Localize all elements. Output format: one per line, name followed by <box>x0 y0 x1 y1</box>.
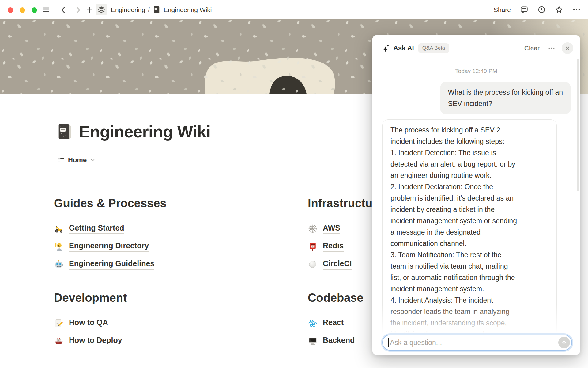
traffic-light-minimize-button[interactable] <box>20 7 25 13</box>
bulleted-list-icon <box>58 156 65 164</box>
updates-clock-icon[interactable] <box>537 6 546 14</box>
user-question-bubble: What is the process for kicking off an S… <box>440 82 571 114</box>
memo-icon <box>54 318 64 328</box>
breadcrumb-page[interactable]: Engineering Wiki <box>164 6 212 13</box>
page-link-label: CircleCI <box>323 259 352 270</box>
send-button[interactable] <box>558 337 570 348</box>
ask-question-input[interactable] <box>390 339 558 347</box>
notion-window: Engineering Wiki Home Guides & Processes… <box>0 0 588 368</box>
page-link-label: React <box>323 318 344 328</box>
page-link-label: How to Deploy <box>69 336 122 346</box>
page-link-how-to-qa[interactable]: How to QA <box>54 316 282 331</box>
section-divider <box>54 217 282 217</box>
react-icon <box>308 318 318 328</box>
page-link-label: Engineering Directory <box>69 241 149 252</box>
sparkle-ai-icon <box>382 44 391 53</box>
breadcrumb-separator: / <box>148 6 150 13</box>
view-tab-label: Home <box>68 156 87 164</box>
section-development: Development How to QA How to Deploy <box>54 291 282 351</box>
qa-beta-badge: Q&A Beta <box>418 43 449 53</box>
notebook-icon <box>153 6 161 14</box>
ship-icon <box>54 336 64 346</box>
page-link-label: Backend <box>323 336 355 346</box>
close-button[interactable] <box>562 42 573 54</box>
page-link-how-to-deploy[interactable]: How to Deploy <box>54 333 282 349</box>
ask-question-inputwrap <box>382 335 572 351</box>
page-link-label: AWS <box>323 224 340 234</box>
robot-icon <box>54 259 64 269</box>
comments-icon[interactable] <box>520 6 528 14</box>
traffic-light-close-button[interactable] <box>8 7 13 13</box>
back-icon[interactable] <box>59 6 67 14</box>
workspace-layers-icon[interactable] <box>96 4 107 15</box>
page-link-label: Redis <box>323 241 344 252</box>
page-icon-notebook[interactable] <box>56 123 74 140</box>
panel-scrollbar[interactable] <box>577 59 579 191</box>
page-title: Engineering Wiki <box>79 122 211 141</box>
ai-answer-bubble: The process for kicking off a SEV 2 inci… <box>382 119 557 340</box>
text-caret <box>388 338 389 347</box>
breadcrumb: Engineering / Engineering Wiki <box>111 0 212 19</box>
monitor-icon <box>308 336 318 346</box>
page-link-label: Getting Started <box>69 224 124 234</box>
share-button[interactable]: Share <box>494 6 511 13</box>
section-heading: Development <box>54 291 282 305</box>
new-page-icon[interactable] <box>86 6 94 14</box>
tabbar-divider <box>52 171 371 171</box>
postbox-icon <box>308 242 318 251</box>
section-guides-processes: Guides & Processes Getting Started Engin… <box>54 196 282 274</box>
chevron-down-icon <box>90 157 96 163</box>
window-toolbar: Engineering / Engineering Wiki Share <box>0 0 588 19</box>
section-heading: Guides & Processes <box>54 196 282 210</box>
breadcrumb-workspace[interactable]: Engineering <box>111 6 145 13</box>
page-link-label: How to QA <box>69 318 108 328</box>
ask-ai-panel: Ask AI Q&A Beta Clear Today 12:49 PM Wha… <box>372 35 580 355</box>
view-tab-home[interactable]: Home <box>58 154 96 166</box>
clear-button[interactable]: Clear <box>524 44 540 52</box>
page-link-engineering-directory[interactable]: Engineering Directory <box>54 239 282 254</box>
conversation-timestamp: Today 12:49 PM <box>372 68 580 75</box>
more-menu-icon[interactable] <box>572 6 581 14</box>
page-link-engineering-guidelines[interactable]: Engineering Guidelines <box>54 257 282 272</box>
forward-icon[interactable] <box>74 6 82 14</box>
section-divider <box>54 312 282 312</box>
page-link-getting-started[interactable]: Getting Started <box>54 221 282 236</box>
ask-ai-header: Ask AI Q&A Beta Clear <box>372 35 580 57</box>
more-options-icon[interactable] <box>548 44 556 52</box>
ask-ai-title: Ask AI <box>393 44 414 52</box>
white-circle-icon <box>308 259 318 269</box>
raising-hand-icon <box>54 242 64 251</box>
favorite-star-icon[interactable] <box>555 6 563 14</box>
spiderweb-icon <box>308 224 318 234</box>
traffic-light-zoom-button[interactable] <box>32 7 37 13</box>
tractor-icon <box>54 224 64 234</box>
sidebar-menu-icon[interactable] <box>42 6 50 14</box>
page-link-label: Engineering Guidelines <box>69 259 154 270</box>
